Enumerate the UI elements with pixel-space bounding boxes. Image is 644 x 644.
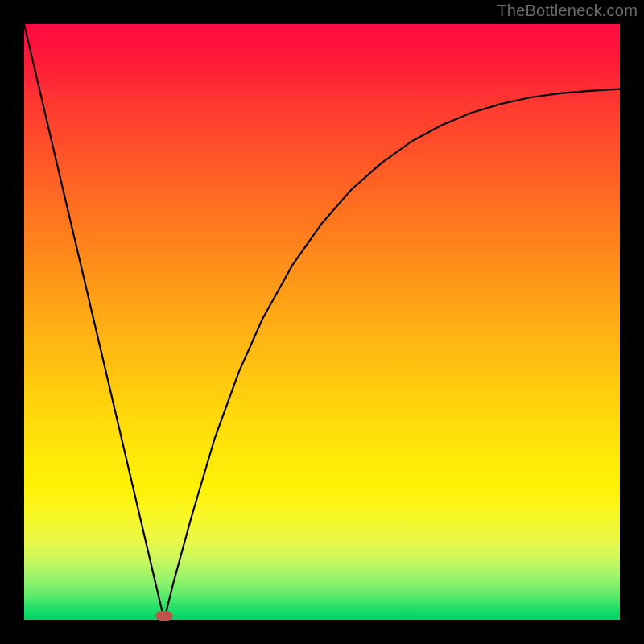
curve-svg xyxy=(24,24,620,620)
chart-frame: TheBottleneck.com xyxy=(0,0,644,644)
bottleneck-curve xyxy=(24,24,620,620)
min-point-marker xyxy=(155,611,172,621)
plot-area xyxy=(24,24,620,620)
watermark-text: TheBottleneck.com xyxy=(497,2,638,20)
